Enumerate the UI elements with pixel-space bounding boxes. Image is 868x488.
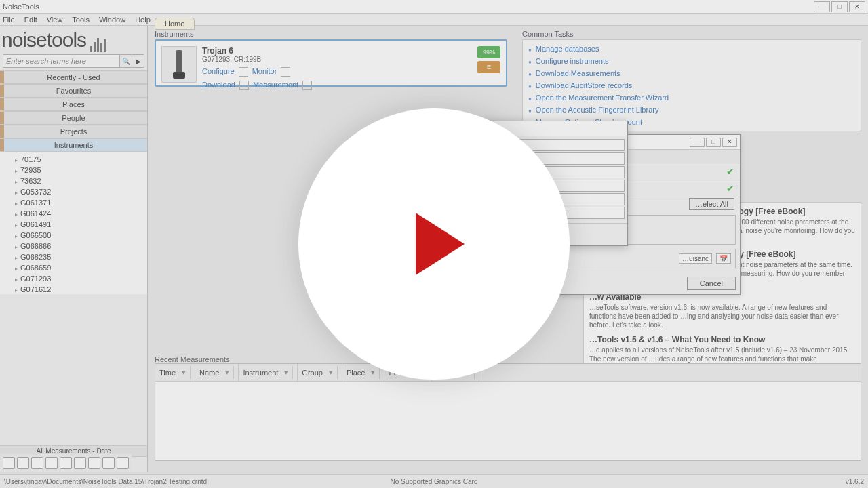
tree-item[interactable]: G071293 xyxy=(9,273,147,284)
tool-2[interactable] xyxy=(17,457,29,469)
check-icon: ✔ xyxy=(726,183,734,194)
status-center: No Supported Graphics Card xyxy=(391,478,478,485)
news-title: …Tools v1.5 & v1.6 – What You Need to Kn… xyxy=(589,335,855,344)
search-row: 🔍 ▶ xyxy=(3,54,144,68)
tree-item[interactable]: 70175 xyxy=(9,154,147,165)
dlg-min-icon[interactable]: — xyxy=(690,138,705,147)
cancel-button[interactable]: Cancel xyxy=(687,277,736,290)
maximize-button[interactable]: □ xyxy=(831,1,848,12)
menu-file[interactable]: File xyxy=(3,16,15,24)
tool-7[interactable] xyxy=(88,457,100,469)
app-title: NoiseTools xyxy=(3,3,39,11)
sidebar-places[interactable]: Places xyxy=(0,98,147,111)
sidebar-favourites[interactable]: Favourites xyxy=(0,84,147,98)
common-task-item[interactable]: Configure instruments xyxy=(527,55,856,67)
mode-badge: E xyxy=(477,61,500,73)
common-task-item[interactable]: Open the Measurement Transfer Wizard xyxy=(527,92,856,104)
tree-item[interactable]: 73632 xyxy=(9,176,147,186)
column-header[interactable]: Group ▾ xyxy=(298,364,342,381)
status-path: \Users\jtingay\Documents\NoiseTools Data… xyxy=(4,478,207,485)
monitor-link[interactable]: Monitor xyxy=(252,67,277,77)
common-task-item[interactable]: Download AuditStore records xyxy=(527,79,856,92)
bottom-toolbar xyxy=(0,454,132,472)
instruments-label: Instruments xyxy=(155,30,507,38)
tree-item[interactable]: G061491 xyxy=(9,219,147,230)
download-link[interactable]: Download xyxy=(202,81,235,90)
menu-window[interactable]: Window xyxy=(99,16,125,24)
dlg-close-icon[interactable]: ✕ xyxy=(722,138,737,147)
common-tasks-label: Common Tasks xyxy=(522,30,861,38)
status-bar: \Users\jtingay\Documents\NoiseTools Data… xyxy=(0,474,868,488)
search-input[interactable] xyxy=(3,55,119,67)
tree-item[interactable]: G066500 xyxy=(9,230,147,241)
download-icon[interactable] xyxy=(239,81,249,90)
battery-badge: 99% xyxy=(477,46,500,58)
tool-1[interactable] xyxy=(3,457,15,469)
news-body: …seTools software, version v1.6, is now … xyxy=(589,303,855,329)
menu-edit[interactable]: Edit xyxy=(24,16,37,24)
check-icon: ✔ xyxy=(726,166,734,177)
menu-view[interactable]: View xyxy=(47,16,63,24)
minimize-button[interactable]: — xyxy=(814,1,830,12)
tree-item[interactable]: G053732 xyxy=(9,186,147,197)
tool-3[interactable] xyxy=(31,457,43,469)
tree-item[interactable]: G061424 xyxy=(9,208,147,219)
tool-8[interactable] xyxy=(102,457,115,469)
search-go-icon[interactable]: ▶ xyxy=(132,55,144,67)
tool-6[interactable] xyxy=(74,457,86,469)
column-header[interactable]: Instrument ▾ xyxy=(239,364,298,381)
search-icon[interactable]: 🔍 xyxy=(119,55,132,67)
configure-link[interactable]: Configure xyxy=(202,67,235,77)
tree-item[interactable]: G071612 xyxy=(9,284,147,294)
sidebar-projects[interactable]: Projects xyxy=(0,125,147,138)
instrument-name: Trojan 6 xyxy=(202,46,468,56)
configure-icon[interactable] xyxy=(239,67,248,77)
tree-item[interactable]: G068659 xyxy=(9,262,147,273)
title-bar: NoiseTools — □ ✕ xyxy=(0,0,868,14)
play-icon xyxy=(416,213,465,275)
common-task-item[interactable]: Manage databases xyxy=(527,43,856,55)
play-button[interactable] xyxy=(298,108,570,380)
column-header[interactable]: Name ▾ xyxy=(195,364,239,381)
close-button[interactable]: ✕ xyxy=(849,1,865,12)
sidebar-people[interactable]: People xyxy=(0,111,147,125)
calendar-icon[interactable]: 📅 xyxy=(716,253,731,264)
dlg-max-icon[interactable]: □ xyxy=(706,138,721,147)
sidebar: noisetools 🔍 ▶ Recently - Used Favourite… xyxy=(0,26,148,472)
instrument-image xyxy=(161,46,197,83)
menu-tools[interactable]: Tools xyxy=(72,16,90,24)
tree-item[interactable]: 72935 xyxy=(9,165,147,176)
nuisance-select[interactable]: …uisanc xyxy=(679,253,712,264)
measurement-link[interactable]: Measurement xyxy=(253,81,298,90)
common-task-item[interactable]: Open the Acoustic Fingerprint Library xyxy=(527,104,856,116)
svg-rect-1 xyxy=(173,72,185,79)
tool-4[interactable] xyxy=(45,457,58,469)
sidebar-instruments[interactable]: Instruments xyxy=(0,138,147,152)
sidebar-recent[interactable]: Recently - Used xyxy=(0,70,147,84)
monitor-icon[interactable] xyxy=(281,67,290,77)
logo: noisetools xyxy=(0,26,147,53)
instrument-tree: 701757293573632G053732G061371G061424G061… xyxy=(0,152,147,294)
tree-item[interactable]: G061371 xyxy=(9,197,147,208)
tree-item[interactable]: G068235 xyxy=(9,251,147,262)
common-task-item[interactable]: Download Measurements xyxy=(527,67,856,79)
common-tasks-list: Manage databasesConfigure instrumentsDow… xyxy=(522,39,861,131)
measurement-icon[interactable] xyxy=(302,81,312,90)
menu-help[interactable]: Help xyxy=(135,16,151,24)
tool-5[interactable] xyxy=(60,457,72,469)
recent-table: Time ▾Name ▾Instrument ▾Group ▾Place ▾Pe… xyxy=(155,363,861,461)
menu-bar: File Edit View Tools Window Help xyxy=(0,14,868,26)
status-version: v1.6.2 xyxy=(846,478,864,485)
instrument-card: Trojan 6 G071293, CR:199B Configure Moni… xyxy=(155,39,507,87)
tool-9[interactable] xyxy=(117,457,129,469)
tree-item[interactable]: G066866 xyxy=(9,241,147,251)
instrument-sub: G071293, CR:199B xyxy=(202,56,468,63)
select-all-button[interactable]: …elect All xyxy=(689,198,734,210)
column-header[interactable]: Time ▾ xyxy=(155,364,195,381)
